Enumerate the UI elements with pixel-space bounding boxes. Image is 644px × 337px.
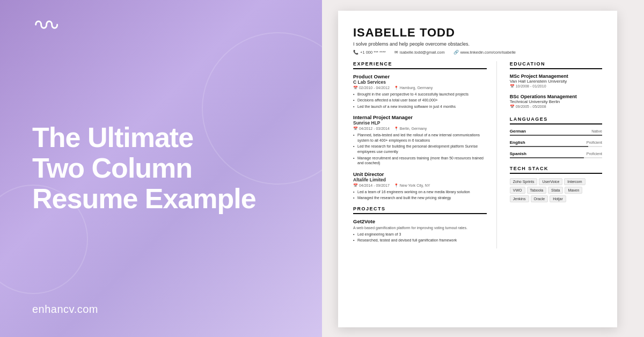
resume-contact: 📞 +1 000 *** **** ✉ isabelle.todd@gmail.… xyxy=(353,50,602,55)
left-panel: The Ultimate Two Column Resume Example e… xyxy=(0,0,322,337)
phone-icon: 📞 xyxy=(353,50,358,55)
lang-entry-english: English Proficient xyxy=(510,140,602,147)
headline-text: The Ultimate Two Column Resume Example xyxy=(32,122,256,215)
job-company-2: Sunrise HLP xyxy=(353,120,487,126)
lang-name-spanish: Spanish xyxy=(510,151,526,156)
edu-entry-1: MSc Project Management Van Hall Larenste… xyxy=(510,74,602,89)
bullet: Led the research for building the person… xyxy=(353,144,487,155)
resume-card: ISABELLE TODD I solve problems and help … xyxy=(338,11,617,327)
education-section-title: EDUCATION xyxy=(510,61,602,69)
lang-bar-bg-german xyxy=(510,135,602,136)
contact-phone: 📞 +1 000 *** **** xyxy=(353,50,386,55)
job-title-1: Product Owner xyxy=(353,74,487,79)
job-location-3: 📍 New York City, NY xyxy=(394,184,430,188)
bullet: Led the launch of a new invoicing softwa… xyxy=(353,104,487,109)
project-title-1: Get2Vote xyxy=(353,218,487,224)
bullet: Planned, beta-tested and led the rollout… xyxy=(353,133,487,143)
lang-bar-fill-german xyxy=(510,135,602,136)
job-company-1: C Lab Services xyxy=(353,79,487,85)
website-text: enhancv.com xyxy=(32,303,301,321)
bullet: Managed the research and built the new p… xyxy=(353,195,487,201)
tech-badge-hotjar: Hotjar xyxy=(550,195,566,202)
tech-badge-zoho: Zoho Sprints xyxy=(510,178,538,185)
headline-line3: Resume Example xyxy=(32,184,256,214)
lang-name-english: English xyxy=(510,140,525,145)
resume-body: EXPERIENCE Product Owner C Lab Services … xyxy=(353,61,602,248)
lang-row-english: English Proficient xyxy=(510,140,602,145)
contact-email: ✉ isabelle.todd@gmail.com xyxy=(394,50,445,55)
bullet: Led a team of 16 engineers working on a … xyxy=(353,189,487,195)
tech-badge-oracle: Oracle xyxy=(531,195,548,202)
job-meta-3: 📅 04/2014 - 09/2017 📍 New York City, NY xyxy=(353,184,487,188)
resume-left-column: EXPERIENCE Product Owner C Lab Services … xyxy=(353,61,497,248)
job-title-2: Internal Project Manager xyxy=(353,114,487,120)
experience-section-title: EXPERIENCE xyxy=(353,61,487,69)
tech-badge-jenkins: Jenkins xyxy=(510,195,529,202)
tech-badge-intercom: Intercom xyxy=(564,178,585,185)
lang-bar-bg-spanish xyxy=(510,157,602,158)
job-company-3: Altalife Limited xyxy=(353,177,487,182)
right-panel: ISABELLE TODD I solve problems and help … xyxy=(322,0,644,337)
lang-entry-german: German Native xyxy=(510,129,602,136)
job-bullets-2: Planned, beta-tested and led the rollout… xyxy=(353,133,487,166)
project-desc-1: A web based gamification platform for im… xyxy=(353,225,487,231)
headline-line1: The Ultimate xyxy=(32,122,256,153)
headline-area: The Ultimate Two Column Resume Example xyxy=(32,33,301,303)
job-entry-1: Product Owner C Lab Services 📅 02/2010 -… xyxy=(353,74,487,109)
edu-entry-2: BSc Operations Management Technical Univ… xyxy=(510,94,602,109)
logo-area xyxy=(32,16,301,33)
edu-date-2: 📅 09/2005 - 05/2008 xyxy=(510,105,602,109)
edu-school-2: Technical University Berlin xyxy=(510,99,602,104)
job-bullets-3: Led a team of 16 engineers working on a … xyxy=(353,189,487,201)
tech-badge-vwo: VWO xyxy=(510,187,525,194)
bullet: Decisions affected a total user base of … xyxy=(353,98,487,103)
lang-level-english: Proficient xyxy=(587,141,602,144)
edu-date-1: 📅 10/2008 - 01/2010 xyxy=(510,84,602,89)
projects-section: PROJECTS Get2Vote A web based gamificati… xyxy=(353,206,487,243)
lang-level-spanish: Proficient xyxy=(587,152,602,156)
lang-bar-bg-english xyxy=(510,146,602,147)
project-entry-1: Get2Vote A web based gamification platfo… xyxy=(353,218,487,243)
job-location-2: 📍 Berlin, Germany xyxy=(394,127,427,131)
job-meta-2: 📅 04/2012 - 03/2014 📍 Berlin, Germany xyxy=(353,127,487,131)
tech-badge-uservoice: UserVoice xyxy=(539,178,562,185)
lang-name-german: German xyxy=(510,129,526,134)
resume-header: ISABELLE TODD I solve problems and help … xyxy=(353,26,602,55)
education-section: EDUCATION MSc Project Management Van Hal… xyxy=(510,61,602,109)
job-bullets-1: Brought in the user perspective to 4 suc… xyxy=(353,92,487,109)
project-bullets-1: Led engineering team of 3 Researched, te… xyxy=(353,232,487,243)
job-date-2: 📅 04/2012 - 03/2014 xyxy=(353,127,390,131)
tech-badge-maven: Maven xyxy=(565,187,582,194)
bullet: Researched, tested and devised full gami… xyxy=(353,238,487,243)
projects-section-title: PROJECTS xyxy=(353,206,487,214)
resume-right-column: EDUCATION MSc Project Management Van Hal… xyxy=(508,61,602,248)
bullet: Brought in the user perspective to 4 suc… xyxy=(353,92,487,97)
lang-entry-spanish: Spanish Proficient xyxy=(510,151,602,158)
lang-row-spanish: Spanish Proficient xyxy=(510,151,602,156)
email-icon: ✉ xyxy=(394,50,398,55)
contact-linkedin: 🔗 www.linkedin.com/com/isabelle xyxy=(453,50,516,55)
job-meta-1: 📅 02/2010 - 04/2012 📍 Hamburg, Germany xyxy=(353,86,487,90)
tech-stack-section: TECH STACK Zoho Sprints UserVoice Interc… xyxy=(510,166,602,202)
linkedin-icon: 🔗 xyxy=(453,50,459,55)
job-title-3: Unit Director xyxy=(353,171,487,177)
job-entry-3: Unit Director Altalife Limited 📅 04/2014… xyxy=(353,171,487,201)
lang-bar-fill-english xyxy=(510,146,588,147)
resume-tagline: I solve problems and help people overcom… xyxy=(353,41,602,47)
lang-bar-fill-spanish xyxy=(510,157,584,158)
edu-degree-2: BSc Operations Management xyxy=(510,94,602,99)
job-location-1: 📍 Hamburg, Germany xyxy=(394,86,433,90)
resume-name: ISABELLE TODD xyxy=(353,26,602,40)
job-date-1: 📅 02/2010 - 04/2012 xyxy=(353,86,390,90)
bullet: Manage recruitment and resources trainin… xyxy=(353,156,487,166)
job-entry-2: Internal Project Manager Sunrise HLP 📅 0… xyxy=(353,114,487,166)
edu-degree-1: MSc Project Management xyxy=(510,74,602,79)
languages-section-title: LANGUAGES xyxy=(510,116,602,124)
tech-stack-grid: Zoho Sprints UserVoice Intercom VWO Tabo… xyxy=(510,178,602,202)
tech-badge-taboola: Taboola xyxy=(527,187,547,194)
edu-school-1: Van Hall Larenstein University xyxy=(510,79,602,84)
tech-badge-stata: Stata xyxy=(548,187,563,194)
lang-level-german: Native xyxy=(591,129,602,133)
tech-section-title: TECH STACK xyxy=(510,166,602,174)
headline-line2: Two Column xyxy=(32,153,256,184)
